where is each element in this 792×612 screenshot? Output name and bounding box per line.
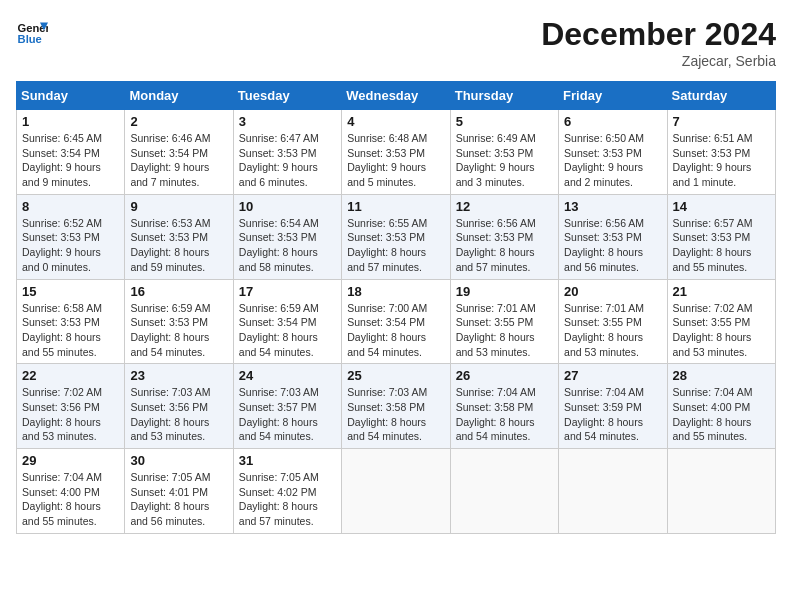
column-header-friday: Friday	[559, 82, 667, 110]
calendar-cell: 11 Sunrise: 6:55 AM Sunset: 3:53 PM Dayl…	[342, 194, 450, 279]
day-number: 10	[239, 199, 336, 214]
day-number: 13	[564, 199, 661, 214]
calendar-cell	[342, 449, 450, 534]
svg-text:Blue: Blue	[18, 33, 42, 45]
calendar-week-2: 8 Sunrise: 6:52 AM Sunset: 3:53 PM Dayli…	[17, 194, 776, 279]
day-info: Sunrise: 7:02 AM Sunset: 3:56 PM Dayligh…	[22, 385, 119, 444]
day-number: 17	[239, 284, 336, 299]
day-info: Sunrise: 7:00 AM Sunset: 3:54 PM Dayligh…	[347, 301, 444, 360]
day-info: Sunrise: 6:56 AM Sunset: 3:53 PM Dayligh…	[456, 216, 553, 275]
day-info: Sunrise: 7:02 AM Sunset: 3:55 PM Dayligh…	[673, 301, 770, 360]
day-info: Sunrise: 6:52 AM Sunset: 3:53 PM Dayligh…	[22, 216, 119, 275]
calendar-cell: 4 Sunrise: 6:48 AM Sunset: 3:53 PM Dayli…	[342, 110, 450, 195]
calendar-cell: 21 Sunrise: 7:02 AM Sunset: 3:55 PM Dayl…	[667, 279, 775, 364]
day-info: Sunrise: 6:53 AM Sunset: 3:53 PM Dayligh…	[130, 216, 227, 275]
calendar-cell: 15 Sunrise: 6:58 AM Sunset: 3:53 PM Dayl…	[17, 279, 125, 364]
day-info: Sunrise: 6:54 AM Sunset: 3:53 PM Dayligh…	[239, 216, 336, 275]
day-number: 8	[22, 199, 119, 214]
calendar-cell: 3 Sunrise: 6:47 AM Sunset: 3:53 PM Dayli…	[233, 110, 341, 195]
day-number: 26	[456, 368, 553, 383]
day-info: Sunrise: 6:55 AM Sunset: 3:53 PM Dayligh…	[347, 216, 444, 275]
calendar-cell: 19 Sunrise: 7:01 AM Sunset: 3:55 PM Dayl…	[450, 279, 558, 364]
day-info: Sunrise: 6:49 AM Sunset: 3:53 PM Dayligh…	[456, 131, 553, 190]
day-info: Sunrise: 6:46 AM Sunset: 3:54 PM Dayligh…	[130, 131, 227, 190]
day-number: 7	[673, 114, 770, 129]
day-info: Sunrise: 6:58 AM Sunset: 3:53 PM Dayligh…	[22, 301, 119, 360]
calendar-cell: 10 Sunrise: 6:54 AM Sunset: 3:53 PM Dayl…	[233, 194, 341, 279]
calendar-week-4: 22 Sunrise: 7:02 AM Sunset: 3:56 PM Dayl…	[17, 364, 776, 449]
day-info: Sunrise: 6:59 AM Sunset: 3:54 PM Dayligh…	[239, 301, 336, 360]
day-number: 4	[347, 114, 444, 129]
day-info: Sunrise: 7:04 AM Sunset: 3:59 PM Dayligh…	[564, 385, 661, 444]
day-number: 12	[456, 199, 553, 214]
day-number: 1	[22, 114, 119, 129]
day-info: Sunrise: 7:01 AM Sunset: 3:55 PM Dayligh…	[564, 301, 661, 360]
calendar-cell	[450, 449, 558, 534]
day-number: 23	[130, 368, 227, 383]
calendar-week-3: 15 Sunrise: 6:58 AM Sunset: 3:53 PM Dayl…	[17, 279, 776, 364]
calendar-cell: 22 Sunrise: 7:02 AM Sunset: 3:56 PM Dayl…	[17, 364, 125, 449]
day-info: Sunrise: 6:57 AM Sunset: 3:53 PM Dayligh…	[673, 216, 770, 275]
calendar-cell: 7 Sunrise: 6:51 AM Sunset: 3:53 PM Dayli…	[667, 110, 775, 195]
calendar-cell: 6 Sunrise: 6:50 AM Sunset: 3:53 PM Dayli…	[559, 110, 667, 195]
calendar-cell	[667, 449, 775, 534]
day-number: 6	[564, 114, 661, 129]
column-header-wednesday: Wednesday	[342, 82, 450, 110]
day-number: 30	[130, 453, 227, 468]
column-header-sunday: Sunday	[17, 82, 125, 110]
calendar-table: SundayMondayTuesdayWednesdayThursdayFrid…	[16, 81, 776, 534]
calendar-week-1: 1 Sunrise: 6:45 AM Sunset: 3:54 PM Dayli…	[17, 110, 776, 195]
calendar-cell	[559, 449, 667, 534]
column-header-monday: Monday	[125, 82, 233, 110]
page-header: General Blue December 2024 Zajecar, Serb…	[16, 16, 776, 69]
day-info: Sunrise: 6:50 AM Sunset: 3:53 PM Dayligh…	[564, 131, 661, 190]
calendar-cell: 8 Sunrise: 6:52 AM Sunset: 3:53 PM Dayli…	[17, 194, 125, 279]
day-number: 21	[673, 284, 770, 299]
day-number: 29	[22, 453, 119, 468]
logo-icon: General Blue	[16, 16, 48, 48]
day-number: 2	[130, 114, 227, 129]
calendar-week-5: 29 Sunrise: 7:04 AM Sunset: 4:00 PM Dayl…	[17, 449, 776, 534]
day-number: 19	[456, 284, 553, 299]
calendar-cell: 24 Sunrise: 7:03 AM Sunset: 3:57 PM Dayl…	[233, 364, 341, 449]
title-block: December 2024 Zajecar, Serbia	[541, 16, 776, 69]
day-info: Sunrise: 7:03 AM Sunset: 3:57 PM Dayligh…	[239, 385, 336, 444]
calendar-cell: 31 Sunrise: 7:05 AM Sunset: 4:02 PM Dayl…	[233, 449, 341, 534]
calendar-cell: 23 Sunrise: 7:03 AM Sunset: 3:56 PM Dayl…	[125, 364, 233, 449]
day-info: Sunrise: 7:04 AM Sunset: 4:00 PM Dayligh…	[673, 385, 770, 444]
day-info: Sunrise: 6:45 AM Sunset: 3:54 PM Dayligh…	[22, 131, 119, 190]
month-title: December 2024	[541, 16, 776, 53]
day-info: Sunrise: 6:51 AM Sunset: 3:53 PM Dayligh…	[673, 131, 770, 190]
day-number: 25	[347, 368, 444, 383]
column-header-saturday: Saturday	[667, 82, 775, 110]
day-info: Sunrise: 7:03 AM Sunset: 3:56 PM Dayligh…	[130, 385, 227, 444]
calendar-cell: 14 Sunrise: 6:57 AM Sunset: 3:53 PM Dayl…	[667, 194, 775, 279]
day-number: 3	[239, 114, 336, 129]
calendar-cell: 27 Sunrise: 7:04 AM Sunset: 3:59 PM Dayl…	[559, 364, 667, 449]
day-info: Sunrise: 7:05 AM Sunset: 4:01 PM Dayligh…	[130, 470, 227, 529]
calendar-cell: 2 Sunrise: 6:46 AM Sunset: 3:54 PM Dayli…	[125, 110, 233, 195]
day-info: Sunrise: 6:48 AM Sunset: 3:53 PM Dayligh…	[347, 131, 444, 190]
day-info: Sunrise: 7:04 AM Sunset: 4:00 PM Dayligh…	[22, 470, 119, 529]
day-number: 31	[239, 453, 336, 468]
day-number: 24	[239, 368, 336, 383]
calendar-cell: 25 Sunrise: 7:03 AM Sunset: 3:58 PM Dayl…	[342, 364, 450, 449]
day-info: Sunrise: 6:47 AM Sunset: 3:53 PM Dayligh…	[239, 131, 336, 190]
day-info: Sunrise: 7:04 AM Sunset: 3:58 PM Dayligh…	[456, 385, 553, 444]
day-number: 28	[673, 368, 770, 383]
calendar-cell: 5 Sunrise: 6:49 AM Sunset: 3:53 PM Dayli…	[450, 110, 558, 195]
calendar-cell: 1 Sunrise: 6:45 AM Sunset: 3:54 PM Dayli…	[17, 110, 125, 195]
calendar-cell: 28 Sunrise: 7:04 AM Sunset: 4:00 PM Dayl…	[667, 364, 775, 449]
calendar-cell: 13 Sunrise: 6:56 AM Sunset: 3:53 PM Dayl…	[559, 194, 667, 279]
day-number: 15	[22, 284, 119, 299]
calendar-cell: 26 Sunrise: 7:04 AM Sunset: 3:58 PM Dayl…	[450, 364, 558, 449]
calendar-cell: 17 Sunrise: 6:59 AM Sunset: 3:54 PM Dayl…	[233, 279, 341, 364]
calendar-cell: 20 Sunrise: 7:01 AM Sunset: 3:55 PM Dayl…	[559, 279, 667, 364]
calendar-cell: 29 Sunrise: 7:04 AM Sunset: 4:00 PM Dayl…	[17, 449, 125, 534]
day-number: 20	[564, 284, 661, 299]
calendar-cell: 12 Sunrise: 6:56 AM Sunset: 3:53 PM Dayl…	[450, 194, 558, 279]
column-header-thursday: Thursday	[450, 82, 558, 110]
day-number: 5	[456, 114, 553, 129]
day-info: Sunrise: 7:03 AM Sunset: 3:58 PM Dayligh…	[347, 385, 444, 444]
day-info: Sunrise: 7:05 AM Sunset: 4:02 PM Dayligh…	[239, 470, 336, 529]
